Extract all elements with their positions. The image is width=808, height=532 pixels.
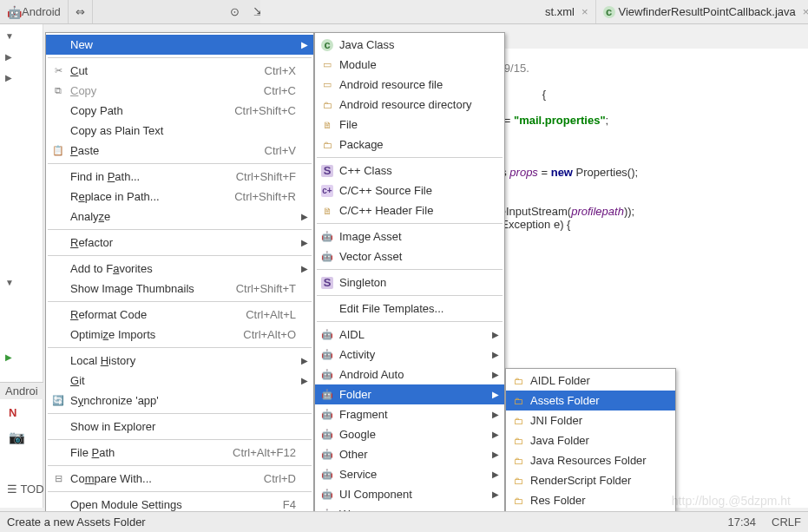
menu-android-res-file[interactable]: ▭Android resource file — [315, 75, 504, 95]
menu-package[interactable]: 🗀Package — [315, 135, 504, 154]
menu-file-path[interactable]: File PathCtrl+Alt+F12 — [46, 443, 313, 463]
watermark: http://blog.@5dzpm.ht — [672, 494, 791, 508]
menu-separator — [48, 163, 312, 164]
menu-android-auto[interactable]: 🤖Android Auto▶ — [315, 365, 504, 384]
editor-tabs: st.xml × c ViewfinderResultPointCallback… — [260, 0, 808, 24]
menu-synchronize[interactable]: 🔄Synchronize 'app' — [46, 391, 313, 410]
c-hdr-icon: 🗎 — [320, 204, 334, 218]
menu-singleton[interactable]: SSingleton — [315, 273, 504, 292]
menu-service[interactable]: 🤖Service▶ — [315, 464, 504, 484]
menu-aidl-folder[interactable]: 🗀AIDL Folder — [506, 371, 675, 391]
menu-add-favorites[interactable]: Add to Favorites▶ — [46, 259, 313, 279]
menu-separator — [48, 491, 312, 492]
android-icon: 🤖 — [320, 468, 334, 482]
menu-ui-component[interactable]: 🤖UI Component▶ — [315, 484, 504, 504]
menu-local-history[interactable]: Local History▶ — [46, 351, 313, 371]
collapse-button[interactable]: ⇔ — [69, 0, 93, 23]
menu-renderscript-folder[interactable]: 🗀RenderScript Folder — [506, 470, 675, 490]
menu-copy-path[interactable]: Copy PathCtrl+Shift+C — [46, 101, 313, 121]
tab-label: ViewfinderResultPointCallback.java — [619, 5, 796, 18]
menu-android-res-dir[interactable]: 🗀Android resource directory — [315, 95, 504, 115]
menu-cut[interactable]: ✂CutCtrl+X — [46, 61, 313, 81]
menu-fragment[interactable]: 🤖Fragment▶ — [315, 404, 504, 424]
menu-copy[interactable]: ⧉CopyCtrl+C — [46, 81, 313, 101]
tree-expand-icon[interactable]: ▼ — [5, 278, 14, 287]
singleton-icon: S — [321, 277, 333, 289]
folder-submenu: 🗀AIDL Folder 🗀Assets Folder 🗀JNI Folder … — [505, 368, 676, 513]
menu-file[interactable]: 🗎File — [315, 115, 504, 135]
status-time: 17:34 — [728, 516, 757, 529]
menu-show-explorer[interactable]: Show in Explorer — [46, 417, 313, 437]
context-menu: New▶ ✂CutCtrl+X ⧉CopyCtrl+C Copy PathCtr… — [45, 32, 314, 532]
menu-separator — [317, 157, 503, 158]
tree-expand-icon[interactable]: ▶ — [5, 73, 12, 82]
sync-icon: 🔄 — [51, 394, 65, 408]
xml-icon: ▭ — [320, 78, 334, 92]
tree-expand-icon[interactable]: ▼ — [5, 31, 14, 41]
folder-icon: 🗀 — [511, 414, 525, 428]
menu-cc-header[interactable]: 🗎C/C++ Header File — [315, 200, 504, 220]
toolbar-target-icon[interactable]: ⊙ — [223, 0, 246, 23]
todo-panel-label[interactable]: ☰ TOD — [7, 483, 44, 496]
project-view-selector[interactable]: 🤖 Android — [0, 0, 69, 23]
menu-java-class[interactable]: cJava Class — [315, 35, 504, 55]
menu-separator — [48, 229, 312, 230]
android-icon: 🤖 — [320, 230, 334, 244]
android-panel-label[interactable]: Androi — [0, 382, 43, 399]
copy-icon: ⧉ — [51, 84, 65, 98]
tab-viewfinder[interactable]: c ViewfinderResultPointCallback.java × — [596, 0, 808, 23]
menu-separator — [317, 269, 503, 270]
new-submenu: cJava Class ▭Module ▭Android resource fi… — [314, 32, 505, 532]
menu-java-folder[interactable]: 🗀Java Folder — [506, 430, 675, 450]
camera-icon[interactable]: 📷 — [9, 430, 25, 445]
close-icon[interactable]: × — [803, 5, 808, 18]
menu-git[interactable]: Git▶ — [46, 371, 313, 391]
project-view-label: Android — [22, 5, 61, 18]
menu-refactor[interactable]: Refactor▶ — [46, 233, 313, 253]
run-icon[interactable]: ▶ — [5, 352, 12, 362]
compare-icon: ⊟ — [51, 472, 65, 486]
menu-assets-folder[interactable]: 🗀Assets Folder — [506, 391, 675, 410]
menu-cpp-class[interactable]: SC++ Class — [315, 161, 504, 181]
tab-xml[interactable]: st.xml × — [538, 0, 596, 23]
menu-find-in-path[interactable]: Find in Path...Ctrl+Shift+F — [46, 167, 313, 187]
menu-reformat[interactable]: Reformat CodeCtrl+Alt+L — [46, 305, 313, 325]
status-hint: Create a new Assets Folder — [7, 516, 146, 529]
menu-optimize-imports[interactable]: Optimize ImportsCtrl+Alt+O — [46, 325, 313, 345]
folder-icon: 🗀 — [320, 98, 334, 112]
tree-expand-icon[interactable]: ▶ — [5, 52, 12, 62]
close-icon[interactable]: × — [581, 5, 588, 18]
menu-module[interactable]: ▭Module — [315, 55, 504, 75]
menu-copy-plain[interactable]: Copy as Plain Text — [46, 121, 313, 141]
folder-icon: 🗀 — [511, 474, 525, 488]
menu-other[interactable]: 🤖Other▶ — [315, 444, 504, 464]
menu-edit-file-templates[interactable]: Edit File Templates... — [315, 299, 504, 319]
cut-icon: ✂ — [51, 64, 65, 78]
menu-replace-in-path[interactable]: Replace in Path...Ctrl+Shift+R — [46, 187, 313, 207]
menu-jni-folder[interactable]: 🗀JNI Folder — [506, 410, 675, 430]
menu-vector-asset[interactable]: 🤖Vector Asset — [315, 246, 504, 266]
menu-cc-source[interactable]: c+C/C++ Source File — [315, 181, 504, 200]
menu-new[interactable]: New▶ — [46, 35, 313, 55]
menu-show-thumbnails[interactable]: Show Image ThumbnailsCtrl+Shift+T — [46, 279, 313, 299]
menu-activity[interactable]: 🤖Activity▶ — [315, 345, 504, 365]
menu-compare-with[interactable]: ⊟Compare With...Ctrl+D — [46, 469, 313, 489]
menu-google[interactable]: 🤖Google▶ — [315, 424, 504, 444]
folder-icon: 🗀 — [511, 454, 525, 468]
menu-analyze[interactable]: Analyze▶ — [46, 207, 313, 227]
folder-icon: 🗀 — [511, 434, 525, 448]
folder-icon: 🗀 — [511, 394, 525, 408]
menu-paste[interactable]: 📋PasteCtrl+V — [46, 141, 313, 161]
menu-separator — [317, 295, 503, 296]
menu-res-folder[interactable]: 🗀Res Folder — [506, 490, 675, 510]
menu-aidl[interactable]: 🤖AIDL▶ — [315, 325, 504, 345]
cpp-icon: S — [321, 165, 333, 177]
menu-image-asset[interactable]: 🤖Image Asset — [315, 227, 504, 246]
menu-folder[interactable]: 🤖Folder▶ — [315, 384, 504, 404]
android-icon: 🤖 — [320, 250, 334, 264]
android-icon: 🤖 — [320, 388, 334, 402]
android-icon: 🤖 — [320, 408, 334, 422]
menu-separator — [48, 57, 312, 58]
menu-java-res-folder[interactable]: 🗀Java Resources Folder — [506, 450, 675, 470]
folder-icon: 🗀 — [511, 494, 525, 508]
